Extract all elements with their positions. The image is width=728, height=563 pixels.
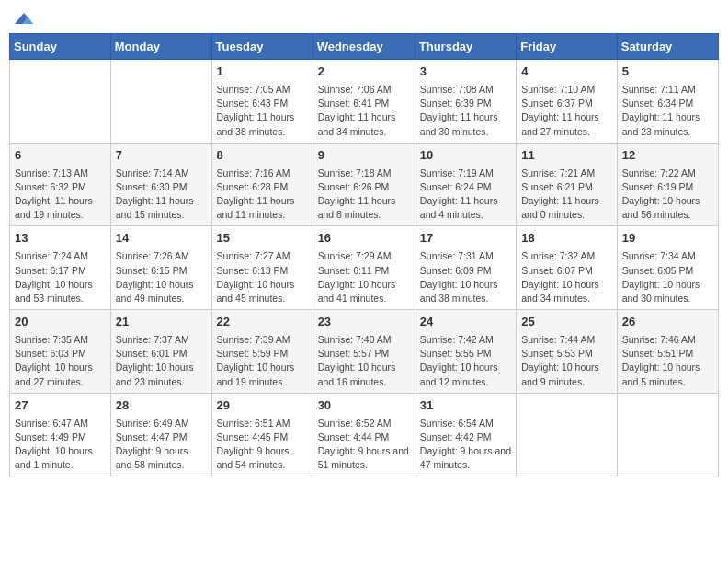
day-detail: Sunrise: 7:16 AM Sunset: 6:28 PM Dayligh… bbox=[217, 167, 308, 223]
day-number: 13 bbox=[15, 230, 106, 247]
day-number: 24 bbox=[420, 314, 511, 331]
day-detail: Sunrise: 7:34 AM Sunset: 6:05 PM Dayligh… bbox=[622, 249, 713, 305]
calendar-cell: 9Sunrise: 7:18 AM Sunset: 6:26 PM Daylig… bbox=[313, 143, 415, 226]
day-number: 27 bbox=[15, 397, 106, 415]
day-detail: Sunrise: 7:21 AM Sunset: 6:21 PM Dayligh… bbox=[521, 167, 612, 223]
calendar-cell: 11Sunrise: 7:21 AM Sunset: 6:21 PM Dayli… bbox=[517, 143, 618, 226]
day-detail: Sunrise: 6:52 AM Sunset: 4:44 PM Dayligh… bbox=[318, 417, 410, 473]
day-number: 18 bbox=[521, 230, 612, 247]
day-number: 16 bbox=[318, 230, 410, 247]
calendar-cell bbox=[617, 393, 718, 477]
day-detail: Sunrise: 7:26 AM Sunset: 6:15 PM Dayligh… bbox=[116, 249, 207, 305]
day-detail: Sunrise: 7:22 AM Sunset: 6:19 PM Dayligh… bbox=[622, 167, 713, 223]
day-detail: Sunrise: 7:13 AM Sunset: 6:32 PM Dayligh… bbox=[15, 167, 106, 223]
day-number: 21 bbox=[116, 314, 207, 331]
calendar-cell: 27Sunrise: 6:47 AM Sunset: 4:49 PM Dayli… bbox=[10, 393, 111, 477]
day-detail: Sunrise: 7:29 AM Sunset: 6:11 PM Dayligh… bbox=[318, 249, 410, 305]
day-detail: Sunrise: 7:19 AM Sunset: 6:24 PM Dayligh… bbox=[420, 167, 511, 223]
day-header-thursday: Thursday bbox=[415, 34, 516, 60]
calendar-cell: 16Sunrise: 7:29 AM Sunset: 6:11 PM Dayli… bbox=[313, 226, 415, 310]
day-detail: Sunrise: 6:51 AM Sunset: 4:45 PM Dayligh… bbox=[217, 417, 308, 473]
day-header-saturday: Saturday bbox=[617, 34, 718, 60]
calendar-week-2: 6Sunrise: 7:13 AM Sunset: 6:32 PM Daylig… bbox=[10, 143, 719, 226]
day-number: 5 bbox=[622, 63, 713, 81]
day-detail: Sunrise: 7:46 AM Sunset: 5:51 PM Dayligh… bbox=[622, 333, 713, 389]
day-detail: Sunrise: 6:49 AM Sunset: 4:47 PM Dayligh… bbox=[116, 417, 207, 473]
day-detail: Sunrise: 7:44 AM Sunset: 5:53 PM Dayligh… bbox=[521, 333, 612, 389]
day-number: 30 bbox=[318, 397, 410, 415]
day-number: 4 bbox=[521, 63, 612, 81]
calendar-cell: 25Sunrise: 7:44 AM Sunset: 5:53 PM Dayli… bbox=[517, 310, 618, 394]
day-detail: Sunrise: 7:39 AM Sunset: 5:59 PM Dayligh… bbox=[217, 333, 308, 389]
calendar-week-4: 20Sunrise: 7:35 AM Sunset: 6:03 PM Dayli… bbox=[10, 310, 719, 394]
day-number: 8 bbox=[217, 147, 308, 165]
day-detail: Sunrise: 7:37 AM Sunset: 6:01 PM Dayligh… bbox=[116, 333, 207, 389]
day-header-sunday: Sunday bbox=[10, 34, 111, 60]
day-number: 1 bbox=[217, 63, 308, 81]
calendar-cell: 2Sunrise: 7:06 AM Sunset: 6:41 PM Daylig… bbox=[313, 60, 415, 144]
day-number: 10 bbox=[420, 147, 511, 165]
day-number: 6 bbox=[15, 147, 106, 165]
day-number: 28 bbox=[116, 397, 207, 415]
calendar-cell: 18Sunrise: 7:32 AM Sunset: 6:07 PM Dayli… bbox=[517, 226, 618, 310]
day-header-tuesday: Tuesday bbox=[211, 34, 313, 60]
calendar-cell bbox=[110, 60, 211, 144]
day-number: 23 bbox=[318, 314, 410, 331]
calendar-cell: 26Sunrise: 7:46 AM Sunset: 5:51 PM Dayli… bbox=[617, 310, 718, 394]
calendar-cell: 24Sunrise: 7:42 AM Sunset: 5:55 PM Dayli… bbox=[415, 310, 516, 394]
day-detail: Sunrise: 7:05 AM Sunset: 6:43 PM Dayligh… bbox=[217, 83, 308, 139]
day-detail: Sunrise: 7:31 AM Sunset: 6:09 PM Dayligh… bbox=[420, 249, 511, 305]
logo bbox=[13, 13, 33, 26]
day-detail: Sunrise: 7:40 AM Sunset: 5:57 PM Dayligh… bbox=[318, 333, 410, 389]
calendar-cell: 31Sunrise: 6:54 AM Sunset: 4:42 PM Dayli… bbox=[415, 393, 516, 477]
calendar-cell bbox=[10, 60, 111, 144]
day-detail: Sunrise: 7:14 AM Sunset: 6:30 PM Dayligh… bbox=[116, 167, 207, 223]
day-detail: Sunrise: 7:11 AM Sunset: 6:34 PM Dayligh… bbox=[622, 83, 713, 139]
day-detail: Sunrise: 7:35 AM Sunset: 6:03 PM Dayligh… bbox=[15, 333, 106, 389]
day-header-friday: Friday bbox=[517, 34, 618, 60]
day-detail: Sunrise: 6:54 AM Sunset: 4:42 PM Dayligh… bbox=[420, 417, 511, 473]
calendar-cell: 4Sunrise: 7:10 AM Sunset: 6:37 PM Daylig… bbox=[517, 60, 618, 144]
day-detail: Sunrise: 6:47 AM Sunset: 4:49 PM Dayligh… bbox=[15, 417, 106, 473]
header bbox=[9, 9, 719, 26]
calendar-week-5: 27Sunrise: 6:47 AM Sunset: 4:49 PM Dayli… bbox=[10, 393, 719, 477]
day-detail: Sunrise: 7:24 AM Sunset: 6:17 PM Dayligh… bbox=[15, 249, 106, 305]
calendar-cell: 17Sunrise: 7:31 AM Sunset: 6:09 PM Dayli… bbox=[415, 226, 516, 310]
day-number: 29 bbox=[217, 397, 308, 415]
day-number: 26 bbox=[622, 314, 713, 331]
day-number: 3 bbox=[420, 63, 511, 81]
calendar-cell: 14Sunrise: 7:26 AM Sunset: 6:15 PM Dayli… bbox=[110, 226, 211, 310]
calendar-cell: 5Sunrise: 7:11 AM Sunset: 6:34 PM Daylig… bbox=[617, 60, 718, 144]
day-number: 9 bbox=[318, 147, 410, 165]
day-detail: Sunrise: 7:18 AM Sunset: 6:26 PM Dayligh… bbox=[318, 167, 410, 223]
calendar: SundayMondayTuesdayWednesdayThursdayFrid… bbox=[9, 33, 719, 477]
calendar-cell: 15Sunrise: 7:27 AM Sunset: 6:13 PM Dayli… bbox=[211, 226, 313, 310]
day-detail: Sunrise: 7:10 AM Sunset: 6:37 PM Dayligh… bbox=[521, 83, 612, 139]
day-detail: Sunrise: 7:32 AM Sunset: 6:07 PM Dayligh… bbox=[521, 249, 612, 305]
calendar-cell: 30Sunrise: 6:52 AM Sunset: 4:44 PM Dayli… bbox=[313, 393, 415, 477]
calendar-cell: 1Sunrise: 7:05 AM Sunset: 6:43 PM Daylig… bbox=[211, 60, 313, 144]
day-number: 12 bbox=[622, 147, 713, 165]
calendar-cell: 21Sunrise: 7:37 AM Sunset: 6:01 PM Dayli… bbox=[110, 310, 211, 394]
day-number: 22 bbox=[217, 314, 308, 331]
calendar-cell: 28Sunrise: 6:49 AM Sunset: 4:47 PM Dayli… bbox=[110, 393, 211, 477]
day-number: 7 bbox=[116, 147, 207, 165]
calendar-cell: 23Sunrise: 7:40 AM Sunset: 5:57 PM Dayli… bbox=[313, 310, 415, 394]
calendar-week-1: 1Sunrise: 7:05 AM Sunset: 6:43 PM Daylig… bbox=[10, 60, 719, 144]
day-detail: Sunrise: 7:27 AM Sunset: 6:13 PM Dayligh… bbox=[217, 249, 308, 305]
day-number: 14 bbox=[116, 230, 207, 247]
calendar-cell: 19Sunrise: 7:34 AM Sunset: 6:05 PM Dayli… bbox=[617, 226, 718, 310]
calendar-cell: 12Sunrise: 7:22 AM Sunset: 6:19 PM Dayli… bbox=[617, 143, 718, 226]
day-number: 25 bbox=[521, 314, 612, 331]
day-number: 19 bbox=[622, 230, 713, 247]
day-number: 17 bbox=[420, 230, 511, 247]
logo-icon bbox=[15, 11, 33, 26]
calendar-cell: 10Sunrise: 7:19 AM Sunset: 6:24 PM Dayli… bbox=[415, 143, 516, 226]
calendar-cell: 8Sunrise: 7:16 AM Sunset: 6:28 PM Daylig… bbox=[211, 143, 313, 226]
day-number: 20 bbox=[15, 314, 106, 331]
calendar-cell: 20Sunrise: 7:35 AM Sunset: 6:03 PM Dayli… bbox=[10, 310, 111, 394]
calendar-week-3: 13Sunrise: 7:24 AM Sunset: 6:17 PM Dayli… bbox=[10, 226, 719, 310]
day-detail: Sunrise: 7:42 AM Sunset: 5:55 PM Dayligh… bbox=[420, 333, 511, 389]
calendar-cell: 7Sunrise: 7:14 AM Sunset: 6:30 PM Daylig… bbox=[110, 143, 211, 226]
calendar-cell: 29Sunrise: 6:51 AM Sunset: 4:45 PM Dayli… bbox=[211, 393, 313, 477]
